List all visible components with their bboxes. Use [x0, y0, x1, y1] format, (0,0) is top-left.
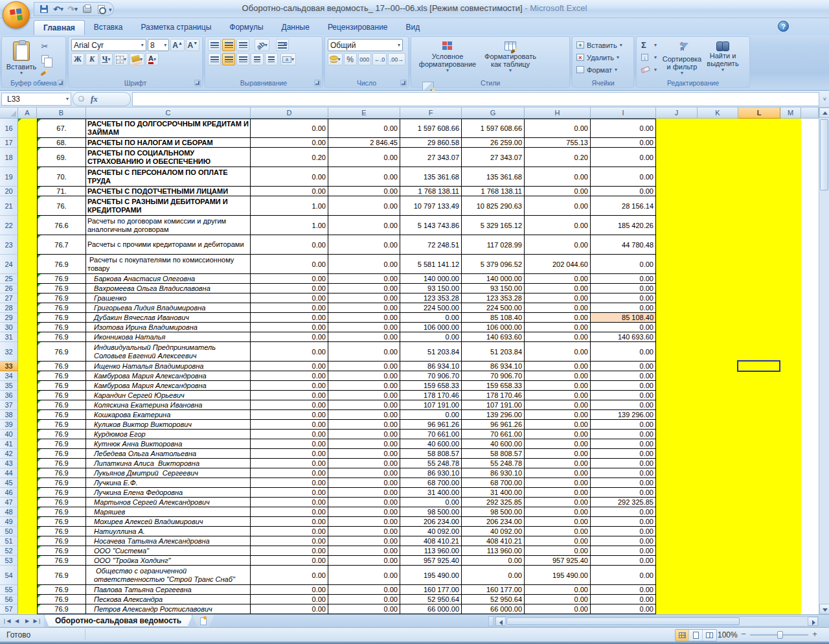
cell-E49[interactable]: 0.00 — [328, 517, 400, 527]
cell-H37[interactable]: 0.00 — [525, 400, 591, 410]
row-header-43[interactable]: 43 — [0, 459, 18, 468]
cell-C30[interactable]: Изотова Ирина Владимировна — [86, 323, 251, 332]
row-header-25[interactable]: 25 — [0, 274, 18, 284]
cell-F33[interactable]: 86 934.10 — [400, 362, 462, 371]
find-select-button[interactable]: Найти и выделить▾ — [703, 39, 742, 79]
cell-A46[interactable] — [18, 488, 37, 498]
column-header-D[interactable]: D — [251, 108, 328, 119]
cell-E40[interactable]: 0.00 — [328, 430, 400, 439]
cell-A56[interactable] — [18, 595, 37, 604]
cell-E56[interactable]: 0.00 — [328, 595, 400, 604]
cell-B49[interactable]: 76.9 — [37, 517, 86, 527]
row-header-51[interactable]: 51 — [0, 536, 18, 546]
cell-G48[interactable]: 98 500.00 — [462, 507, 525, 517]
cell-B47[interactable]: 76.9 — [37, 498, 86, 507]
cell-I57[interactable]: 0.00 — [591, 604, 656, 614]
row-header-32[interactable]: 32 — [0, 342, 18, 362]
cell-H45[interactable]: 0.00 — [525, 478, 591, 488]
cell-E21[interactable]: 0.00 — [328, 196, 400, 216]
cell-D34[interactable]: 0.00 — [251, 371, 328, 381]
cell-G57[interactable]: 66 000.00 — [462, 604, 525, 614]
cell-A35[interactable] — [18, 381, 37, 391]
cell-D43[interactable]: 0.00 — [251, 459, 328, 468]
cell-H36[interactable]: 0.00 — [525, 391, 591, 400]
cell-E25[interactable]: 0.00 — [328, 274, 400, 284]
cell-I34[interactable]: 0.00 — [591, 371, 656, 381]
cell-G51[interactable]: 408 410.21 — [462, 536, 525, 546]
cell-E31[interactable]: 0.00 — [328, 332, 400, 342]
cell-G56[interactable]: 52 950.64 — [462, 595, 525, 604]
help-icon[interactable]: ? — [778, 21, 789, 32]
cell-C44[interactable]: Лукьянов Дмитрий Сергеевич — [86, 468, 251, 478]
font-size-combo[interactable]: 8▾ — [148, 39, 170, 51]
scroll-down-icon[interactable] — [819, 604, 829, 614]
cell-G54[interactable]: 0.00 — [462, 566, 525, 585]
cell-C35[interactable]: Камбурова Мария Александровна — [86, 381, 251, 391]
cell-E37[interactable]: 0.00 — [328, 400, 400, 410]
cell-H50[interactable]: 0.00 — [525, 527, 591, 536]
cell-I35[interactable]: 0.00 — [591, 381, 656, 391]
align-bottom-button[interactable] — [236, 39, 249, 51]
cell-E35[interactable]: 0.00 — [328, 381, 400, 391]
row-header-19[interactable]: 19 — [0, 167, 18, 187]
decrease-decimal-button[interactable]: .00→ — [388, 53, 405, 65]
conditional-formatting-button[interactable]: Условное форматирование▾ — [414, 39, 481, 79]
cell-H20[interactable]: 0.00 — [525, 187, 591, 196]
cell-C32[interactable]: Индивидуальный Предприниматель Соловьев … — [86, 342, 251, 362]
cell-D25[interactable]: 0.00 — [251, 274, 328, 284]
cell-A27[interactable] — [18, 293, 37, 303]
cell-H43[interactable]: 0.00 — [525, 459, 591, 468]
cell-H25[interactable]: 0.00 — [525, 274, 591, 284]
page-break-view-button[interactable] — [703, 630, 716, 641]
cell-H40[interactable]: 0.00 — [525, 430, 591, 439]
cell-H22[interactable]: 0.00 — [525, 216, 591, 235]
cell-C57[interactable]: Петров Александр Ростиславович — [86, 604, 251, 614]
row-header-29[interactable]: 29 — [0, 313, 18, 323]
cell-G32[interactable]: 51 203.84 — [462, 342, 525, 362]
cell-C21[interactable]: РАСЧЕТЫ С РАЗНЫМИ ДЕБИТОРАМИ И КРЕДИТОРА… — [86, 196, 251, 216]
insert-cells-button[interactable]: +Вставить▾ — [575, 39, 631, 51]
cell-E16[interactable]: 0.00 — [328, 119, 400, 138]
row-header-35[interactable]: 35 — [0, 381, 18, 391]
cell-A42[interactable] — [18, 449, 37, 459]
copy-button[interactable] — [38, 53, 51, 65]
cell-B31[interactable]: 76.9 — [37, 332, 86, 342]
zoom-level[interactable]: 100% — [718, 630, 738, 639]
cell-G25[interactable]: 140 000.00 — [462, 274, 525, 284]
row-header-46[interactable]: 46 — [0, 488, 18, 498]
merge-center-button[interactable]: a▾ — [280, 53, 296, 65]
row-header-41[interactable]: 41 — [0, 439, 18, 449]
cell-A33[interactable] — [18, 362, 37, 371]
cell-G55[interactable]: 160 177.00 — [462, 585, 525, 595]
cell-B26[interactable]: 76.9 — [37, 284, 86, 293]
cell-G17[interactable]: 26 259.00 — [462, 138, 525, 148]
cell-A40[interactable] — [18, 430, 37, 439]
cell-B39[interactable]: 76.9 — [37, 420, 86, 430]
cell-A25[interactable] — [18, 274, 37, 284]
row-header-34[interactable]: 34 — [0, 371, 18, 381]
cell-C49[interactable]: Мохирев Алексей Владимирович — [86, 517, 251, 527]
cell-E54[interactable]: 0.00 — [328, 566, 400, 585]
row-header-39[interactable]: 39 — [0, 420, 18, 430]
cell-E45[interactable]: 0.00 — [328, 478, 400, 488]
cell-A50[interactable] — [18, 527, 37, 536]
cell-I31[interactable]: 140 693.60 — [591, 332, 656, 342]
alignment-dialog-launcher-icon[interactable] — [314, 80, 321, 86]
autosum-button[interactable]: Σ▾ — [639, 39, 659, 51]
cell-D38[interactable]: 0.00 — [251, 410, 328, 420]
cell-G28[interactable]: 224 500.00 — [462, 303, 525, 313]
cell-A45[interactable] — [18, 478, 37, 488]
cell-B57[interactable]: 76.9 — [37, 604, 86, 614]
column-header-C[interactable]: C — [86, 108, 251, 119]
cell-F44[interactable]: 86 930.10 — [400, 468, 462, 478]
cell-C42[interactable]: Лебедева Ольга Анатольевна — [86, 449, 251, 459]
cell-B55[interactable]: 76.9 — [37, 585, 86, 595]
cell-E39[interactable]: 0.00 — [328, 420, 400, 430]
cell-G26[interactable]: 93 150.00 — [462, 284, 525, 293]
row-header-18[interactable]: 18 — [0, 148, 18, 167]
cell-F37[interactable]: 107 191.00 — [400, 400, 462, 410]
normal-view-button[interactable] — [676, 630, 689, 641]
cell-A26[interactable] — [18, 284, 37, 293]
cell-C36[interactable]: Карандин Сергей Юрьевич — [86, 391, 251, 400]
cell-D49[interactable]: 0.00 — [251, 517, 328, 527]
